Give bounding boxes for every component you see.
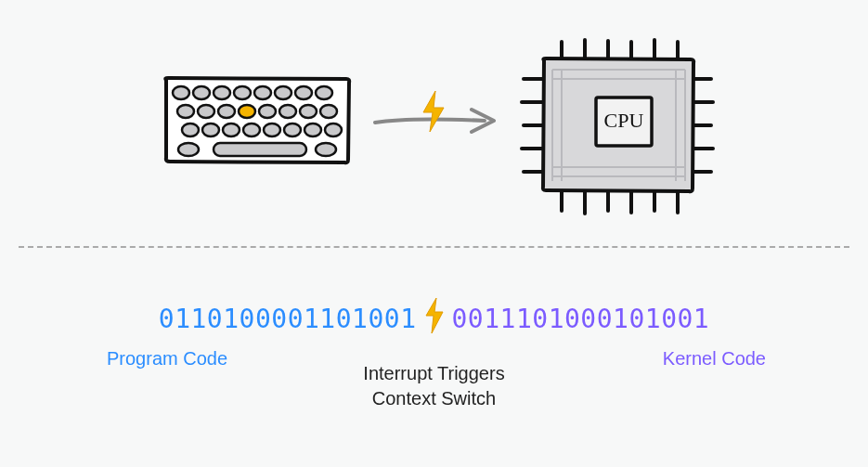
svg-point-3: [234, 86, 251, 99]
svg-point-1: [193, 86, 210, 99]
cpu-icon: CPU: [511, 32, 715, 223]
svg-point-2: [214, 86, 230, 99]
svg-point-17: [223, 123, 240, 136]
svg-point-8: [177, 105, 194, 118]
svg-point-6: [295, 86, 312, 99]
svg-point-15: [182, 123, 199, 136]
svg-point-18: [243, 123, 260, 136]
kernel-binary: 0011101000101001: [452, 304, 710, 334]
svg-point-5: [275, 86, 291, 99]
keyboard-icon: [162, 74, 353, 167]
svg-point-21: [304, 123, 321, 136]
svg-point-12: [279, 105, 296, 118]
svg-point-11: [259, 105, 276, 118]
lightning-bolt-icon: [421, 90, 447, 133]
svg-rect-23: [214, 143, 306, 156]
svg-point-26: [239, 105, 255, 118]
cpu-label: CPU: [604, 109, 644, 132]
svg-point-9: [198, 105, 214, 118]
svg-point-16: [202, 123, 219, 136]
program-code-label: Program Code: [107, 348, 227, 370]
svg-point-10: [218, 105, 235, 118]
interrupt-label: Interrupt Triggers Context Switch: [314, 348, 555, 411]
svg-point-13: [300, 105, 317, 118]
svg-point-7: [316, 86, 332, 99]
hardware-diagram: CPU: [0, 0, 868, 241]
svg-point-20: [284, 123, 301, 136]
code-context-diagram: 0110100001101001 0011101000101001 Progra…: [0, 297, 868, 411]
svg-point-0: [173, 86, 189, 99]
kernel-code-label: Kernel Code: [663, 348, 766, 370]
svg-point-24: [178, 143, 199, 156]
svg-point-4: [254, 86, 271, 99]
lightning-bolt-icon: [424, 297, 445, 341]
interrupt-label-line1: Interrupt Triggers: [314, 361, 555, 386]
interrupt-label-line2: Context Switch: [314, 386, 555, 411]
svg-point-25: [316, 143, 336, 156]
section-divider: [19, 246, 849, 248]
svg-point-19: [264, 123, 280, 136]
program-binary: 0110100001101001: [159, 304, 417, 334]
svg-point-22: [325, 123, 342, 136]
svg-point-14: [320, 105, 337, 118]
